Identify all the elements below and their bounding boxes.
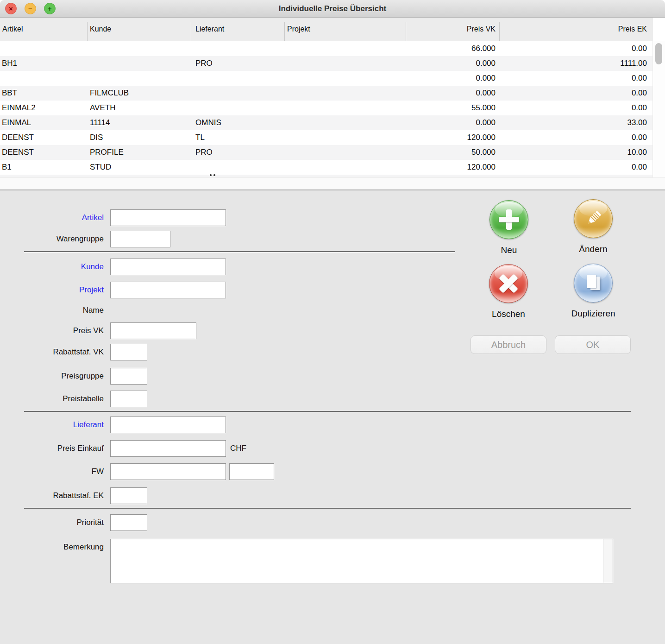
cell-artikel: EINMAL2 bbox=[0, 101, 87, 115]
bemerkung-label: Bemerkung bbox=[0, 539, 104, 556]
aendern-button[interactable]: Ändern bbox=[552, 199, 635, 254]
cell-preis-vk: 120.000 bbox=[406, 160, 499, 175]
cell-kunde bbox=[87, 41, 191, 56]
fw-currency-input[interactable] bbox=[229, 463, 274, 480]
lieferant-input[interactable] bbox=[110, 417, 226, 433]
cell-projekt bbox=[284, 71, 406, 86]
cell-kunde bbox=[87, 56, 191, 71]
section-divider bbox=[24, 251, 455, 253]
cell-projekt bbox=[284, 41, 406, 56]
artikel-input[interactable] bbox=[110, 209, 226, 226]
pencil-icon bbox=[574, 199, 613, 238]
table-horizontal-scroll-area[interactable] bbox=[0, 177, 665, 190]
preis-einkauf-label: Preis Einkauf bbox=[0, 440, 104, 457]
table-row[interactable]: B1 STUD 120.000 0.00 bbox=[0, 160, 653, 175]
preis-vk-input[interactable] bbox=[110, 322, 196, 339]
projekt-link-label[interactable]: Projekt bbox=[0, 282, 104, 298]
cell-lieferant bbox=[191, 160, 284, 175]
cell-kunde: DIS bbox=[87, 130, 191, 145]
fw-input[interactable] bbox=[110, 463, 226, 480]
neu-button[interactable]: Neu bbox=[467, 200, 551, 255]
column-header-kunde[interactable]: Kunde bbox=[87, 18, 191, 41]
cell-kunde: STUD bbox=[87, 160, 191, 175]
cell-lieferant: OMNIS bbox=[191, 115, 284, 130]
detail-form: Artikel Warengruppe Kunde Projekt Name P… bbox=[0, 190, 665, 644]
abbruch-button[interactable]: Abbruch bbox=[471, 335, 546, 354]
cell-kunde: AVETH bbox=[87, 101, 191, 115]
ok-button[interactable]: OK bbox=[555, 335, 631, 354]
cell-preis-ek: 0.00 bbox=[499, 101, 653, 115]
loeschen-button[interactable]: Löschen bbox=[467, 264, 550, 319]
kunde-link-label[interactable]: Kunde bbox=[0, 259, 104, 275]
cell-preis-ek: 0.00 bbox=[499, 41, 653, 56]
cell-artikel bbox=[0, 41, 87, 56]
preistabelle-input[interactable] bbox=[110, 391, 147, 407]
cell-projekt bbox=[284, 101, 406, 115]
column-header-lieferant[interactable]: Lieferant bbox=[191, 18, 284, 41]
table-row[interactable]: BH1 PRO 0.000 1111.00 bbox=[0, 56, 653, 71]
cell-artikel: EINMAL bbox=[0, 115, 87, 130]
prioritaet-input[interactable] bbox=[110, 514, 147, 531]
column-header-preis-ek[interactable]: Preis EK bbox=[499, 18, 653, 41]
cell-preis-vk: 0.000 bbox=[406, 71, 499, 86]
preis-einkauf-input[interactable] bbox=[110, 440, 226, 457]
cell-preis-ek: 0.00 bbox=[499, 86, 653, 101]
table-row[interactable]: 0.000 0.00 bbox=[0, 71, 653, 86]
prioritaet-label: Priorität bbox=[0, 514, 104, 531]
cell-preis-ek: 10.00 bbox=[499, 145, 653, 160]
cell-artikel: B1 bbox=[0, 160, 87, 175]
cell-lieferant bbox=[191, 41, 284, 56]
aendern-label: Ändern bbox=[552, 244, 635, 254]
lieferant-link-label[interactable]: Lieferant bbox=[0, 417, 104, 433]
projekt-input[interactable] bbox=[110, 282, 226, 298]
scrollbar-thumb[interactable] bbox=[655, 43, 662, 64]
cell-lieferant bbox=[191, 71, 284, 86]
table-row[interactable]: DEENST DIS TL 120.000 0.00 bbox=[0, 130, 653, 145]
window-title: Individuelle Preise Übersicht bbox=[0, 0, 665, 17]
clipped-row-text-dots bbox=[210, 174, 212, 176]
column-separator bbox=[284, 22, 285, 41]
kunde-input[interactable] bbox=[110, 259, 226, 275]
table-row[interactable]: EINMAL 11114 OMNIS 0.000 33.00 bbox=[0, 115, 653, 130]
column-separator bbox=[191, 22, 191, 41]
duplizieren-button[interactable]: Duplizieren bbox=[552, 264, 635, 319]
cell-lieferant: PRO bbox=[191, 56, 284, 71]
preisgruppe-label: Preisgruppe bbox=[0, 368, 104, 385]
column-header-preis-vk[interactable]: Preis VK bbox=[406, 18, 499, 41]
rabattstaf-ek-input[interactable] bbox=[110, 487, 147, 504]
gloss-highlight bbox=[579, 265, 608, 281]
cell-artikel: DEENST bbox=[0, 145, 87, 160]
preisgruppe-input[interactable] bbox=[110, 368, 147, 385]
rabattstaf-ek-label: Rabattstaf. EK bbox=[0, 487, 104, 504]
table-row[interactable]: BBT FILMCLUB 0.000 0.00 bbox=[0, 86, 653, 101]
table-row[interactable]: 66.000 0.00 bbox=[0, 41, 653, 56]
bemerkung-textarea[interactable] bbox=[111, 539, 602, 583]
cell-artikel: DEENST bbox=[0, 130, 87, 145]
cell-kunde: PROFILE bbox=[87, 145, 191, 160]
cell-kunde: 11114 bbox=[87, 115, 191, 130]
artikel-link-label[interactable]: Artikel bbox=[0, 209, 104, 226]
cell-artikel bbox=[0, 71, 87, 86]
cell-preis-vk: 66.000 bbox=[406, 41, 499, 56]
cell-artikel: BH1 bbox=[0, 56, 87, 71]
cell-projekt bbox=[284, 160, 406, 175]
rabattstaf-vk-input[interactable] bbox=[110, 344, 147, 360]
table-row[interactable]: DEENST PROFILE PRO 50.000 10.00 bbox=[0, 145, 653, 160]
table-vertical-scrollbar[interactable] bbox=[652, 41, 665, 177]
column-header-artikel[interactable]: Artikel bbox=[0, 18, 87, 41]
cell-preis-ek: 0.00 bbox=[499, 130, 653, 145]
cell-preis-ek: 0.00 bbox=[499, 160, 653, 175]
preis-vk-label: Preis VK bbox=[0, 322, 104, 339]
cell-artikel: BBT bbox=[0, 86, 87, 101]
cell-kunde bbox=[87, 71, 191, 86]
x-icon bbox=[489, 264, 528, 303]
neu-label: Neu bbox=[467, 245, 551, 255]
cell-projekt bbox=[284, 86, 406, 101]
column-header-projekt[interactable]: Projekt bbox=[284, 18, 406, 41]
cell-preis-vk: 50.000 bbox=[406, 145, 499, 160]
column-separator bbox=[406, 22, 406, 41]
bemerkung-scrollbar[interactable] bbox=[603, 539, 613, 583]
table-row[interactable]: EINMAL2 AVETH 55.000 0.00 bbox=[0, 101, 653, 115]
bemerkung-box bbox=[110, 539, 613, 583]
warengruppe-input[interactable] bbox=[110, 231, 170, 247]
